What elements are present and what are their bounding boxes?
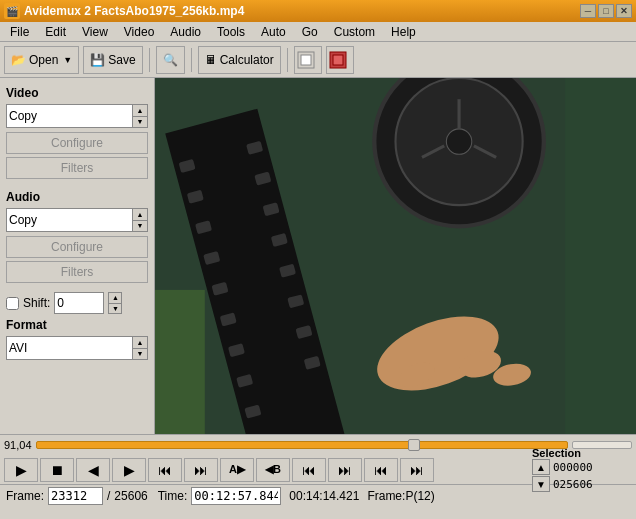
last-frame-icon: ⏭ (338, 462, 352, 478)
shift-checkbox[interactable] (6, 297, 19, 310)
format-section-label: Format (6, 318, 148, 332)
shift-input[interactable] (54, 292, 104, 314)
video-codec-down[interactable]: ▼ (133, 117, 147, 128)
controls-row: ▶ ⏹ ◀ ▶ ⏮ ⏭ A▶ ◀B ⏮ ⏭ ⏮ (0, 455, 636, 485)
zoom-button[interactable]: 🔍 (156, 46, 185, 74)
save-button[interactable]: 💾 Save (83, 46, 142, 74)
audio-filters-button[interactable]: Filters (6, 261, 148, 283)
format-up[interactable]: ▲ (133, 337, 147, 349)
audio-codec-arrows[interactable]: ▲ ▼ (132, 208, 148, 232)
svg-rect-34 (155, 290, 205, 434)
video-codec-arrows[interactable]: ▲ ▼ (132, 104, 148, 128)
format-arrows[interactable]: ▲ ▼ (132, 336, 148, 360)
setA-button[interactable] (294, 46, 322, 74)
time2-value: 00:14:14.421 (289, 489, 359, 503)
menu-audio[interactable]: Audio (162, 23, 209, 41)
app-icon: 🎬 (4, 3, 20, 19)
audio-codec-up[interactable]: ▲ (133, 209, 147, 221)
format-down[interactable]: ▼ (133, 349, 147, 360)
title-bar-controls[interactable]: ─ □ ✕ (580, 4, 632, 18)
toolbar: 📂 Open ▼ 💾 Save 🔍 🖩 Calculator (0, 42, 636, 78)
menu-tools[interactable]: Tools (209, 23, 253, 41)
first-frame-icon: ⏮ (302, 462, 316, 478)
play-button[interactable]: ▶ (4, 458, 38, 482)
video-configure-button[interactable]: Configure (6, 132, 148, 154)
b-value: 025606 (553, 478, 593, 491)
audio-codec-row: Copy None MP3 (lame) AAC (faac) ▲ ▼ (6, 208, 148, 232)
menu-file[interactable]: File (2, 23, 37, 41)
save-icon: 💾 (90, 53, 105, 67)
menu-view[interactable]: View (74, 23, 116, 41)
menu-custom[interactable]: Custom (326, 23, 383, 41)
menu-go[interactable]: Go (294, 23, 326, 41)
svg-point-26 (446, 129, 471, 154)
b-marker-button[interactable]: ▼ (532, 476, 550, 492)
b-marker-icon: ▼ (536, 479, 546, 490)
menu-video[interactable]: Video (116, 23, 162, 41)
audio-section-label: Audio (6, 190, 148, 204)
save-label: Save (108, 53, 135, 67)
frame-type-label: Frame:P(12) (367, 489, 434, 503)
menu-help[interactable]: Help (383, 23, 424, 41)
video-codec-up[interactable]: ▲ (133, 105, 147, 117)
frame-input[interactable] (48, 487, 103, 505)
A-marker-icon: A▶ (229, 463, 245, 476)
prev-frame-icon: ◀ (88, 462, 99, 478)
audio-codec-select[interactable]: Copy None MP3 (lame) AAC (faac) (6, 208, 133, 232)
folder-icon: 📂 (11, 53, 26, 67)
shift-spin-arrows[interactable]: ▲ ▼ (108, 292, 122, 314)
main-area: Video Copy None MPEG-4 ASP (Xvid) MPEG-4… (0, 78, 636, 434)
toolbar-separator-2 (191, 48, 192, 72)
prev-frame-button[interactable]: ◀ (76, 458, 110, 482)
calculator-icon: 🖩 (205, 53, 217, 67)
a-marker-button[interactable]: ▲ (532, 459, 550, 475)
video-filters-button[interactable]: Filters (6, 157, 148, 179)
shift-row: Shift: ▲ ▼ (6, 292, 148, 314)
shift-down[interactable]: ▼ (109, 304, 121, 314)
timeline-track[interactable] (36, 441, 568, 449)
first-frame-button[interactable]: ⏮ (292, 458, 326, 482)
setB-button[interactable] (326, 46, 354, 74)
time-input[interactable] (191, 487, 281, 505)
timeline-thumb[interactable] (408, 439, 420, 451)
next-frame-button[interactable]: ▶ (112, 458, 146, 482)
stop-button[interactable]: ⏹ (40, 458, 74, 482)
frame-label: Frame: (6, 489, 44, 503)
next-keyframe-button[interactable]: ⏭ (400, 458, 434, 482)
rewind-button[interactable]: ⏮ (148, 458, 182, 482)
audio-codec-down[interactable]: ▼ (133, 221, 147, 232)
title-bar-left: 🎬 Avidemux 2 FactsAbo1975_256kb.mp4 (4, 3, 244, 19)
minimize-button[interactable]: ─ (580, 4, 596, 18)
open-button[interactable]: 📂 Open ▼ (4, 46, 79, 74)
toolbar-separator (149, 48, 150, 72)
shift-label: Shift: (23, 296, 50, 310)
format-select[interactable]: AVI MKV MP4 OGM (6, 336, 133, 360)
prev-keyframe-button[interactable]: ⏮ (364, 458, 398, 482)
frame-total-prefix: / (107, 489, 110, 503)
menu-edit[interactable]: Edit (37, 23, 74, 41)
rewind-icon: ⏮ (158, 462, 172, 478)
left-panel: Video Copy None MPEG-4 ASP (Xvid) MPEG-4… (0, 78, 155, 434)
menu-auto[interactable]: Auto (253, 23, 294, 41)
open-dropdown-arrow[interactable]: ▼ (63, 55, 72, 65)
prev-keyframe-icon: ⏮ (374, 462, 388, 478)
shift-up[interactable]: ▲ (109, 293, 121, 304)
video-codec-select[interactable]: Copy None MPEG-4 ASP (Xvid) MPEG-4 AVC (… (6, 104, 133, 128)
play-icon: ▶ (16, 462, 27, 478)
video-svg (155, 78, 636, 434)
audio-configure-button[interactable]: Configure (6, 236, 148, 258)
a-value: 000000 (553, 461, 593, 474)
video-codec-row: Copy None MPEG-4 ASP (Xvid) MPEG-4 AVC (… (6, 104, 148, 128)
close-button[interactable]: ✕ (616, 4, 632, 18)
video-section-label: Video (6, 86, 148, 100)
time-label: Time: (158, 489, 188, 503)
set-A-button[interactable]: A▶ (220, 458, 254, 482)
last-frame-button[interactable]: ⏭ (328, 458, 362, 482)
B-marker-icon: ◀B (265, 463, 281, 476)
calculator-button[interactable]: 🖩 Calculator (198, 46, 281, 74)
setB-icon (329, 51, 347, 69)
fast-forward-button[interactable]: ⏭ (184, 458, 218, 482)
svg-rect-1 (301, 55, 311, 65)
maximize-button[interactable]: □ (598, 4, 614, 18)
set-B-button[interactable]: ◀B (256, 458, 290, 482)
